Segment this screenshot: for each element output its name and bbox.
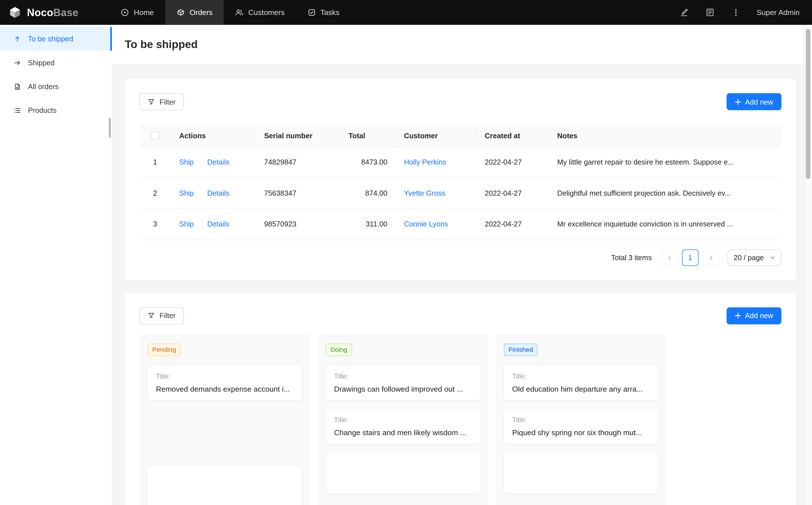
sidebar-scrollbar-thumb[interactable] (109, 118, 111, 138)
plus-icon (734, 99, 741, 105)
pagination-page-1[interactable]: 1 (682, 249, 698, 266)
row-customer: Holly Perkins (396, 147, 477, 178)
card-field-label: Title: (512, 415, 650, 423)
kanban-add-new-button[interactable]: Add new (726, 307, 782, 324)
pagination: Total 3 items 1 20 / page (139, 249, 782, 266)
row-serial: 74829847 (256, 147, 340, 178)
row-serial: 75638347 (256, 178, 340, 209)
kanban-filter-button[interactable]: Filter (139, 307, 184, 324)
sidebar-item-to-be-shipped[interactable]: To be shipped (0, 27, 112, 51)
filter-funnel-icon (148, 312, 155, 319)
add-new-button-label: Add new (745, 98, 773, 106)
kanban-card[interactable]: Title: Old education him departure any a… (504, 365, 658, 400)
table-header-row: Actions Serial number Total Customer Cre… (139, 125, 782, 147)
kanban-card[interactable]: Title: Change stairs and men likely wisd… (326, 408, 480, 444)
user-menu[interactable]: Super Admin (757, 8, 800, 16)
table-row: 3 ShipDetails 98570923 311.00 Connie Lyo… (139, 208, 782, 239)
card-field-label: Title: (334, 372, 472, 380)
nav-item-customers[interactable]: Customers (224, 0, 296, 25)
pagination-prev-button[interactable] (661, 249, 678, 266)
row-index: 1 (139, 147, 171, 178)
select-all-cell (139, 125, 171, 147)
orders-box-icon (176, 8, 185, 16)
row-total: 8473.00 (341, 147, 396, 178)
filter-button[interactable]: Filter (139, 93, 184, 110)
sidebar: To be shipped Shipped All orders (0, 25, 112, 505)
arrow-right-icon (14, 59, 21, 66)
kanban-card-partial[interactable] (326, 452, 480, 493)
card-title: Change stairs and men likely wisdom ... (334, 428, 472, 436)
top-right-actions: Super Admin (679, 0, 812, 25)
sidebar-label-products: Products (28, 106, 56, 114)
sidebar-label-to-be-shipped: To be shipped (28, 35, 73, 43)
kanban-card[interactable]: Title: Drawings can followed improved ou… (326, 365, 480, 400)
kanban-card[interactable]: Title: Removed demands expense account i… (148, 365, 302, 400)
top-menu: Home Orders Customers (110, 0, 351, 25)
row-total: 874.00 (341, 178, 396, 209)
nav-item-tasks[interactable]: Tasks (296, 0, 351, 25)
collections-book-icon[interactable] (705, 7, 715, 18)
details-link[interactable]: Details (207, 220, 229, 228)
details-link[interactable]: Details (207, 189, 229, 197)
ship-link[interactable]: Ship (179, 158, 193, 166)
sidebar-item-shipped[interactable]: Shipped (0, 51, 112, 74)
row-customer: Connie Lyons (396, 208, 477, 239)
page-content: Filter Add new (112, 64, 804, 505)
home-icon (121, 8, 129, 16)
page-title: To be shipped (125, 38, 198, 51)
tasks-checkbox-icon (307, 8, 315, 16)
arrow-up-icon (14, 35, 21, 43)
sidebar-item-all-orders[interactable]: All orders (0, 74, 112, 99)
nav-label-customers: Customers (248, 8, 285, 16)
highlighter-pen-icon[interactable] (679, 7, 689, 18)
kanban-add-new-button-label: Add new (745, 312, 773, 320)
page-scrollbar-track (804, 25, 812, 505)
pagination-total: Total 3 items (611, 254, 652, 262)
sidebar-item-products[interactable]: Products (0, 99, 112, 122)
main-area: To be shipped Filter (112, 25, 804, 505)
row-actions: ShipDetails (171, 178, 256, 209)
nav-item-orders[interactable]: Orders (165, 0, 224, 25)
more-ellipsis-icon[interactable] (731, 7, 741, 18)
filter-funnel-icon (148, 98, 155, 106)
page-scrollbar-thumb[interactable] (806, 29, 810, 179)
row-actions: ShipDetails (171, 208, 256, 239)
pagination-next-button[interactable] (702, 249, 719, 266)
card-field-label: Title: (512, 372, 650, 380)
status-badge-finished: Finished (504, 343, 538, 356)
document-icon (14, 82, 21, 90)
nav-label-tasks: Tasks (320, 8, 340, 16)
plus-icon (734, 312, 741, 319)
ship-link[interactable]: Ship (179, 220, 193, 228)
column-header-total: Total (341, 125, 396, 147)
add-new-button[interactable]: Add new (726, 93, 782, 110)
page-size-value: 20 / page (733, 254, 764, 262)
kanban-card-partial[interactable] (504, 452, 658, 493)
customer-link[interactable]: Yvette Gross (404, 189, 446, 197)
customer-link[interactable]: Connie Lyons (404, 220, 448, 228)
nav-label-orders: Orders (189, 8, 213, 16)
filter-button-label: Filter (160, 98, 176, 106)
table-row: 2 ShipDetails 75638347 874.00 Yvette Gro… (139, 178, 782, 209)
kanban-card-partial[interactable] (148, 466, 302, 505)
app-root: NocoBase Home Orders (0, 0, 812, 505)
nav-item-home[interactable]: Home (110, 0, 165, 25)
orders-toolbar: Filter Add new (139, 93, 782, 110)
table-row: 1 ShipDetails 74829847 8473.00 Holly Per… (139, 147, 782, 178)
column-header-notes: Notes (549, 125, 759, 147)
nocobase-logo-icon (8, 6, 22, 19)
page-size-select[interactable]: 20 / page (727, 249, 782, 266)
kanban-board: Pending Title: Removed demands expense a… (139, 334, 782, 505)
status-badge-pending: Pending (148, 343, 181, 356)
nav-label-home: Home (134, 8, 154, 16)
details-link[interactable]: Details (207, 158, 229, 166)
sidebar-label-all-orders: All orders (28, 82, 58, 91)
kanban-card[interactable]: Title: Piqued shy spring nor six though … (504, 408, 658, 444)
customer-link[interactable]: Holly Perkins (404, 158, 446, 166)
row-created: 2022-04-27 (477, 208, 549, 239)
select-all-checkbox[interactable] (151, 132, 159, 140)
row-created: 2022-04-27 (477, 147, 549, 178)
ship-link[interactable]: Ship (179, 189, 193, 197)
brand-logo[interactable]: NocoBase (0, 0, 92, 25)
row-customer: Yvette Gross (396, 178, 477, 209)
